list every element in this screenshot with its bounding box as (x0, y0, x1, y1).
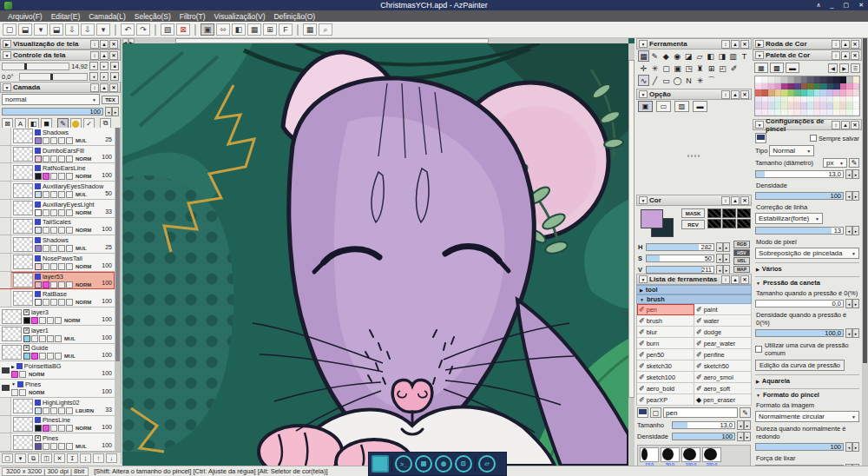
panel-option-header[interactable]: ▼ Opção ↕▲✕ (636, 89, 752, 100)
palette-view-button[interactable]: ▬ (786, 63, 799, 73)
palette-swatch[interactable] (775, 96, 782, 103)
palette-swatch[interactable] (833, 76, 840, 83)
panel-header-button[interactable]: ↕ (90, 40, 99, 49)
panel-header-button[interactable]: ✕ (740, 196, 749, 205)
layer-visibility-icon[interactable] (35, 291, 41, 297)
layer-option-icon[interactable] (43, 263, 49, 270)
opacity-down-button[interactable]: ◂ (105, 107, 112, 116)
window-control-button[interactable]: ▢ (844, 2, 850, 9)
palette-swatch[interactable] (794, 89, 801, 96)
layer-option-icon[interactable] (58, 425, 65, 432)
layer-option-icon[interactable] (66, 245, 73, 252)
palette-swatch[interactable] (853, 109, 860, 116)
layer-option-icon[interactable] (50, 245, 57, 252)
layer-action-button[interactable]: ↑ (93, 453, 104, 463)
window-control-button[interactable]: _ (831, 2, 834, 9)
layer-option-icon[interactable] (43, 443, 49, 450)
palette-swatch[interactable] (768, 76, 775, 83)
layer-option-icon[interactable] (66, 209, 73, 216)
layer-color-chip[interactable] (35, 443, 42, 450)
palette-swatch[interactable] (833, 109, 840, 116)
layer-option-icon[interactable] (50, 299, 57, 306)
common-curve-checkbox[interactable] (755, 346, 762, 353)
shape-tool-button[interactable]: ∿ (638, 75, 649, 86)
collapse-arrow-icon[interactable]: ▼ (3, 51, 11, 59)
size-edit-button[interactable]: ✎ (849, 158, 859, 168)
toolbar-button[interactable]: ↷ (136, 23, 150, 36)
tool-button[interactable]: ◪ (683, 50, 694, 62)
spin-down[interactable]: ◂ (845, 226, 852, 235)
toolbar-button[interactable]: ▢ (3, 23, 16, 36)
panel-header-button[interactable]: ✕ (851, 51, 859, 60)
layer-action-button[interactable]: ✕ (54, 453, 65, 463)
layer-option-icon[interactable] (66, 281, 73, 288)
palette-swatch[interactable] (775, 102, 782, 109)
layer-option-icon[interactable] (50, 407, 57, 414)
collapse-arrow-icon[interactable]: ▶ (3, 40, 11, 48)
spin-up[interactable]: ▸ (852, 299, 859, 308)
palette-swatch[interactable] (853, 76, 860, 83)
brush-item[interactable]: ✐pear_water (694, 338, 752, 349)
toolbar-button[interactable]: ▾ (34, 23, 48, 36)
layer-visibility-icon[interactable] (16, 363, 23, 369)
brush-item[interactable]: ✐pen50 (637, 349, 694, 360)
file-manager-icon[interactable]: ▤ (415, 455, 432, 473)
layer-visibility-icon[interactable] (35, 417, 41, 423)
canvas-vscrollbar[interactable] (628, 43, 635, 466)
layer-option-icon[interactable] (43, 407, 49, 414)
terminal-icon[interactable]: >_ (395, 455, 412, 473)
layer-option-icon[interactable] (50, 263, 57, 270)
layer-color-chip[interactable] (35, 137, 42, 144)
palette-swatch[interactable] (840, 102, 847, 109)
palette-swatch[interactable] (781, 76, 788, 83)
toolbar-button[interactable]: ⊞ (263, 23, 277, 36)
option-button[interactable]: ▬ (693, 101, 707, 112)
panel-header-button[interactable]: ✕ (740, 90, 749, 99)
tool-button[interactable]: ▦ (638, 50, 649, 62)
layer-thumbnail[interactable] (13, 399, 33, 413)
toolbar-button[interactable] (297, 24, 299, 36)
palette-swatch[interactable] (814, 102, 821, 109)
file-folder-icon[interactable]: ▱ (478, 455, 496, 473)
rotate-right-button[interactable]: ▸ (100, 72, 108, 81)
palette-swatch[interactable] (781, 96, 788, 103)
layer-option-icon[interactable] (66, 425, 73, 432)
section-aquarela[interactable]: ▶Aquarela (755, 374, 859, 385)
layer-visibility-icon[interactable] (35, 274, 41, 280)
section-pressure[interactable]: ▼Pressão da caneta (755, 276, 859, 287)
palette-swatch[interactable] (755, 109, 762, 116)
panel-header-button[interactable]: ↕ (90, 83, 99, 92)
layer-option-icon[interactable] (66, 227, 73, 234)
spin-up[interactable]: ▸ (852, 169, 859, 179)
mask-button[interactable]: MASK (681, 208, 705, 218)
layer-row[interactable]: HighLights02 LBURN 33 (0, 398, 115, 416)
layer-option-icon[interactable] (50, 155, 57, 162)
group-brush[interactable]: ▼brush (636, 294, 752, 304)
palette-swatch[interactable] (762, 96, 769, 103)
layer-option-icon[interactable] (47, 353, 54, 360)
tool-button[interactable]: ◨ (716, 50, 727, 62)
spin-down[interactable]: ◂ (845, 328, 852, 338)
layer-row[interactable]: Pines MUL 100 (0, 433, 115, 452)
tool-button[interactable]: ⊞ (706, 63, 717, 74)
palette-swatch[interactable] (840, 89, 847, 96)
brush-item[interactable]: ✐penfine (694, 349, 752, 360)
layer-option-icon[interactable] (43, 299, 49, 306)
collapse-arrow-icon[interactable]: ▼ (755, 121, 764, 129)
brush-item[interactable]: ✐pen (637, 304, 694, 315)
zoom-out-button[interactable]: ◂ (89, 62, 98, 70)
palette-swatch[interactable] (827, 76, 834, 83)
layer-visibility-icon[interactable] (35, 219, 41, 225)
layer-row[interactable]: PinesLine NORM 100 (0, 416, 115, 434)
palette-n-button[interactable]: ▶ (839, 63, 849, 73)
mask-swatch[interactable] (737, 219, 751, 228)
palette-swatch[interactable] (762, 76, 769, 83)
menu-item[interactable]: Arquivo(F) (3, 12, 47, 21)
palette-swatch[interactable] (846, 89, 853, 96)
layer-thumbnail[interactable] (2, 327, 22, 341)
layer-visibility-icon[interactable] (35, 148, 41, 154)
panel-header-button[interactable]: ▲ (100, 83, 108, 92)
layer-option-icon[interactable] (66, 155, 73, 162)
layer-thumbnail[interactable] (2, 345, 22, 360)
mask-swatch[interactable] (722, 219, 736, 228)
